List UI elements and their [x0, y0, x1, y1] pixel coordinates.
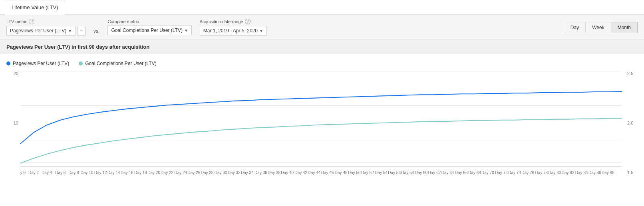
ltv-metric-select-wrapper: Pageviews Per User (LTV) ▼ − [6, 26, 85, 36]
x-label-80: Day 80 [549, 170, 561, 175]
x-label-0: Day 0 [20, 170, 26, 175]
x-label-2: Day 2 [28, 170, 39, 175]
x-label-24: Day 24 [174, 170, 187, 175]
chart-container: Pageviews Per User (LTV) Goal Completion… [0, 54, 644, 189]
x-label-30: Day 30 [215, 170, 227, 175]
x-label-42: Day 42 [294, 170, 307, 175]
ltv-metric-label: LTV metric ? [6, 19, 85, 24]
date-range-help-icon[interactable]: ? [245, 19, 250, 24]
ltv-metric-help-icon[interactable]: ? [29, 19, 34, 24]
x-label-70: Day 70 [481, 170, 494, 175]
x-label-46: Day 46 [321, 170, 334, 175]
x-label-40: Day 40 [281, 170, 294, 175]
x-label-78: Day 78 [535, 170, 548, 175]
ltv-metric-down-arrow: ▼ [68, 29, 72, 33]
x-label-18: Day 18 [134, 170, 147, 175]
x-label-56: Day 56 [388, 170, 401, 175]
date-range-dropdown[interactable]: Mar 1, 2019 - Apr 5, 2020 ▼ [200, 26, 267, 36]
x-label-48: Day 48 [335, 170, 348, 175]
x-label-76: Day 76 [521, 170, 534, 175]
y-axis-left: 20 10 0 [6, 71, 18, 183]
x-label-12: Day 12 [94, 170, 107, 175]
x-label-74: Day 74 [508, 170, 521, 175]
x-label-82: Day 82 [562, 170, 574, 175]
x-label-6: Day 6 [55, 170, 66, 175]
x-label-22: Day 22 [161, 170, 173, 175]
y-right-top: 2.5 [627, 71, 633, 76]
compare-metric-down-arrow: ▼ [184, 28, 188, 33]
ltv-metric-group: LTV metric ? Pageviews Per User (LTV) ▼ … [6, 19, 85, 36]
y-left-top: 20 [14, 71, 18, 76]
x-label-36: Day 36 [254, 170, 267, 175]
controls-bar: LTV metric ? Pageviews Per User (LTV) ▼ … [0, 15, 644, 40]
day-button[interactable]: Day [564, 22, 585, 33]
y-axis-right: 2.5 2.0 1.5 [626, 71, 638, 183]
compare-metric-value: Goal Completions Per User (LTV) [111, 28, 183, 33]
y-right-lower: 1.5 [627, 170, 633, 175]
x-label-54: Day 54 [375, 170, 388, 175]
x-label-50: Day 50 [348, 170, 361, 175]
time-toggle-group: Day Week Month [564, 21, 638, 33]
x-label-14: Day 14 [107, 170, 120, 175]
x-label-8: Day 8 [68, 170, 79, 175]
x-label-34: Day 34 [241, 170, 254, 175]
x-label-66: Day 66 [455, 170, 468, 175]
month-button[interactable]: Month [611, 22, 638, 33]
vs-label: vs. [93, 20, 99, 34]
date-range-label: Acquisition date range ? [200, 19, 267, 24]
compare-metric-group: Compare metric Goal Completions Per User… [107, 19, 191, 35]
chart-area: 20 10 0 Day 0 Day 2 Day 4 [6, 71, 638, 183]
goal-completions-line [20, 119, 622, 163]
chart-title: Pageviews Per User (LTV) in first 90 day… [0, 40, 644, 54]
x-label-88: Day 88 [602, 170, 614, 175]
x-label-16: Day 16 [121, 170, 133, 175]
x-label-60: Day 60 [415, 170, 427, 175]
legend-item-pageviews: Pageviews Per User (LTV) [6, 61, 69, 66]
x-label-20: Day 20 [147, 170, 160, 175]
x-label-86: Day 86 [588, 170, 601, 175]
x-label-62: Day 62 [428, 170, 441, 175]
chart-svg-wrapper: Day 0 Day 2 Day 4 Day 6 Day 8 Day 10 Day… [20, 71, 622, 175]
y-right-mid: 2.0 [627, 121, 633, 125]
ltv-metric-minus-btn[interactable]: − [77, 26, 85, 36]
y-left-mid: 10 [14, 121, 18, 125]
x-label-28: Day 28 [201, 170, 214, 175]
legend-label-goal: Goal Completions Per User (LTV) [85, 61, 157, 66]
date-range-group: Acquisition date range ? Mar 1, 2019 - A… [200, 19, 267, 36]
x-label-52: Day 52 [361, 170, 374, 175]
legend-item-goal: Goal Completions Per User (LTV) [79, 61, 157, 66]
tab-bar: Lifetime Value (LTV) [0, 0, 644, 15]
date-range-value: Mar 1, 2019 - Apr 5, 2020 [203, 28, 258, 34]
x-label-4: Day 4 [42, 170, 52, 175]
legend-dot-pageviews [6, 61, 10, 65]
x-label-10: Day 10 [81, 170, 93, 175]
x-label-38: Day 38 [268, 170, 280, 175]
x-label-58: Day 58 [401, 170, 414, 175]
x-label-32: Day 32 [228, 170, 241, 175]
pageviews-line [20, 91, 622, 144]
x-label-84: Day 84 [575, 170, 588, 175]
compare-metric-dropdown[interactable]: Goal Completions Per User (LTV) ▼ [107, 26, 191, 35]
chart-legend: Pageviews Per User (LTV) Goal Completion… [6, 61, 638, 66]
chart-svg: Day 0 Day 2 Day 4 Day 6 Day 8 Day 10 Day… [20, 71, 622, 175]
x-label-44: Day 44 [308, 170, 321, 175]
x-label-68: Day 68 [468, 170, 481, 175]
ltv-metric-dropdown[interactable]: Pageviews Per User (LTV) ▼ [6, 26, 76, 36]
x-label-64: Day 64 [441, 170, 454, 175]
ltv-metric-value: Pageviews Per User (LTV) [10, 28, 66, 34]
x-label-72: Day 72 [495, 170, 508, 175]
date-range-down-arrow: ▼ [259, 29, 263, 33]
week-button[interactable]: Week [585, 22, 610, 33]
legend-dot-goal [79, 61, 83, 65]
compare-metric-label: Compare metric [107, 19, 191, 24]
x-label-26: Day 26 [188, 170, 201, 175]
legend-label-pageviews: Pageviews Per User (LTV) [13, 61, 69, 66]
tab-ltv[interactable]: Lifetime Value (LTV) [5, 0, 65, 15]
